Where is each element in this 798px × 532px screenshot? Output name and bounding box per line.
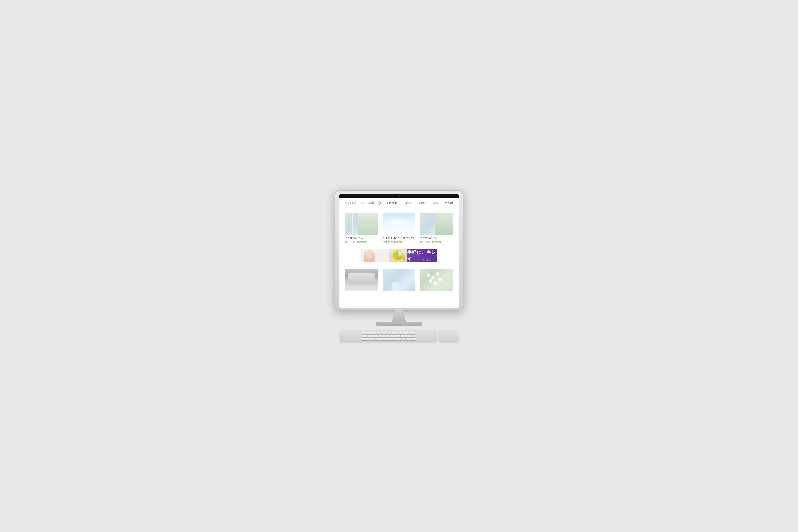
card-1-tag: Life style — [357, 241, 366, 243]
trackpad[interactable] — [440, 331, 458, 342]
key — [362, 332, 365, 335]
nav-coffee[interactable]: Coffee — [404, 202, 411, 204]
camera — [398, 195, 400, 197]
nav-beauty[interactable]: Beauty — [418, 202, 425, 204]
card-5-image — [383, 269, 415, 291]
key — [395, 332, 398, 335]
key — [388, 332, 391, 335]
key — [375, 335, 378, 338]
key — [373, 332, 376, 335]
key — [393, 335, 397, 338]
stand-neck — [392, 310, 406, 322]
card-2-tag: Coffee — [394, 241, 402, 243]
logo-text: watasino kurashi — [345, 201, 376, 205]
card-2-date: 2021.10.05 — [383, 241, 393, 243]
key — [377, 332, 380, 335]
key — [397, 335, 400, 338]
key — [399, 332, 402, 335]
card-5[interactable] — [383, 269, 415, 293]
key — [398, 338, 401, 340]
card-4-image — [345, 269, 378, 291]
key — [401, 335, 404, 338]
key — [409, 338, 416, 340]
key — [390, 335, 393, 338]
key — [368, 335, 371, 338]
key-space — [379, 338, 398, 340]
key — [372, 338, 375, 340]
key — [379, 335, 382, 338]
banner-sub-text: 詳しくはこちら ▶ — [422, 259, 435, 261]
card-3-title: ミニマルな生活 — [420, 236, 453, 240]
keyboard — [340, 331, 437, 342]
key — [371, 335, 375, 338]
card-2-title: 空を見上げながら珈琲を飲む — [383, 236, 415, 240]
key — [361, 338, 368, 340]
nav-lifestyle[interactable]: Life style — [387, 202, 397, 204]
key — [366, 332, 369, 335]
key — [362, 335, 367, 338]
key — [408, 335, 415, 338]
site-nav: Life style Coffee Beauty Study contact — [387, 202, 453, 204]
card-2[interactable]: 空を見上げながら珈琲を飲む 2021.10.05 Coffee — [383, 213, 415, 243]
monitor-stand — [376, 310, 422, 326]
keyboard-area — [340, 331, 458, 342]
card-3-meta: 2021.10.05 Life style — [420, 241, 453, 243]
card-grid-top: ミニマルな生活 2021.10.05 Life style 空を見上げながら珈琲… — [345, 213, 453, 243]
stand-base — [376, 322, 422, 326]
key — [369, 332, 373, 335]
key — [380, 332, 384, 335]
key — [386, 335, 389, 338]
key — [404, 335, 407, 338]
logo-house-icon: 🏠 — [377, 201, 381, 205]
banner-product-area: 忙しい 私でも！ — [389, 249, 407, 262]
key — [405, 338, 409, 340]
card-4[interactable] — [345, 269, 378, 293]
banner-main-area: Skönhet 手軽に、キレイ 詳しくはこちら ▶ — [407, 249, 437, 262]
card-2-image — [383, 213, 415, 234]
banner-brand: Skönhet — [409, 250, 415, 251]
screen: watasino kurashi 🏠 Life style Coffee Bea… — [339, 197, 459, 308]
key — [368, 338, 372, 340]
key — [384, 332, 387, 335]
key — [376, 338, 379, 340]
card-grid-bottom — [345, 269, 453, 293]
card-6-image — [420, 269, 453, 291]
banner-ad[interactable]: 忙しい 私でも！ Skönhet 手軽に、キレイ — [361, 249, 437, 262]
key — [402, 332, 406, 335]
card-1-meta: 2021.10.05 Life style — [345, 241, 378, 243]
card-3[interactable]: ミニマルな生活 2021.10.05 Life style — [420, 213, 453, 243]
key — [402, 338, 405, 340]
site-main: ミニマルな生活 2021.10.05 Life style 空を見上げながら珈琲… — [339, 208, 459, 302]
card-1-image — [345, 213, 378, 234]
key — [382, 335, 385, 338]
banner-tubes — [398, 251, 405, 260]
scene: watasino kurashi 🏠 Life style Coffee Bea… — [0, 190, 798, 342]
monitor: watasino kurashi 🏠 Life style Coffee Bea… — [335, 190, 463, 310]
card-2-meta: 2021.10.05 Coffee — [383, 241, 415, 243]
site-logo: watasino kurashi 🏠 — [345, 201, 381, 205]
site-header: watasino kurashi 🏠 Life style Coffee Bea… — [339, 197, 459, 208]
card-1[interactable]: ミニマルな生活 2021.10.05 Life style — [345, 213, 378, 243]
nav-contact[interactable]: contact — [445, 202, 453, 204]
monitor-bezel: watasino kurashi 🏠 Life style Coffee Bea… — [339, 194, 459, 308]
card-1-date: 2021.10.05 — [345, 241, 356, 243]
card-3-image — [420, 213, 453, 234]
key — [410, 332, 415, 335]
card-1-title: ミニマルな生活 — [345, 236, 378, 240]
key — [406, 332, 410, 335]
card-3-date: 2021.10.05 — [420, 241, 430, 243]
nav-study[interactable]: Study — [432, 202, 438, 204]
card-6[interactable] — [420, 269, 453, 293]
key — [392, 332, 395, 335]
banner-person-area — [361, 249, 389, 262]
card-3-tag: Life style — [432, 241, 441, 243]
